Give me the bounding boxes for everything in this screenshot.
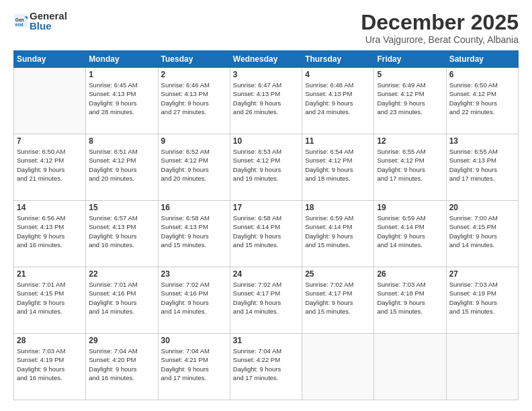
calendar-cell: 9Sunrise: 6:52 AMSunset: 4:12 PMDaylight…: [158, 134, 230, 201]
day-info-line: Sunset: 4:14 PM: [377, 222, 443, 231]
weekday-header-thursday: Thursday: [302, 51, 374, 68]
calendar-week-3: 14Sunrise: 6:56 AMSunset: 4:13 PMDayligh…: [14, 201, 519, 267]
calendar-cell: [374, 334, 446, 400]
day-info-line: Daylight: 9 hours: [233, 298, 299, 307]
day-info-line: Sunset: 4:15 PM: [17, 289, 83, 298]
day-info-line: Sunset: 4:12 PM: [449, 89, 515, 98]
day-number: 8: [89, 136, 154, 146]
calendar-cell: 1Sunrise: 6:45 AMSunset: 4:13 PMDaylight…: [86, 68, 158, 134]
day-info-line: Sunrise: 6:52 AM: [161, 147, 227, 156]
day-info-line: and 17 minutes.: [449, 174, 515, 183]
day-info-line: and 14 minutes.: [161, 307, 227, 316]
day-info-line: Sunrise: 7:03 AM: [17, 347, 83, 355]
day-info-line: and 15 minutes.: [305, 307, 371, 316]
day-info-line: Sunset: 4:12 PM: [305, 156, 371, 165]
day-number: 7: [17, 136, 83, 146]
day-info-line: Sunrise: 7:04 AM: [233, 347, 299, 355]
day-info-line: Sunrise: 6:50 AM: [449, 81, 515, 89]
day-info-line: Sunrise: 6:49 AM: [377, 81, 443, 89]
calendar-cell: 25Sunrise: 7:02 AMSunset: 4:17 PMDayligh…: [302, 267, 374, 334]
day-info-line: Sunset: 4:16 PM: [89, 289, 154, 298]
day-info-line: Sunrise: 6:58 AM: [233, 214, 299, 222]
day-number: 3: [233, 70, 299, 79]
calendar-cell: [302, 334, 374, 400]
calendar-cell: 3Sunrise: 6:47 AMSunset: 4:13 PMDaylight…: [230, 68, 302, 134]
day-info-line: Sunset: 4:13 PM: [89, 89, 154, 98]
day-info-line: Daylight: 9 hours: [377, 232, 443, 240]
day-info-line: Daylight: 9 hours: [377, 165, 443, 174]
day-number: 28: [17, 336, 83, 345]
day-info-line: Sunrise: 6:56 AM: [17, 214, 83, 222]
day-info-line: Sunset: 4:14 PM: [233, 222, 299, 231]
day-number: 13: [449, 136, 515, 146]
calendar-cell: 27Sunrise: 7:03 AMSunset: 4:19 PMDayligh…: [446, 267, 518, 334]
calendar-cell: 4Sunrise: 6:48 AMSunset: 4:13 PMDaylight…: [302, 68, 374, 134]
day-info-line: Daylight: 9 hours: [449, 298, 515, 307]
calendar-cell: 2Sunrise: 6:46 AMSunset: 4:13 PMDaylight…: [158, 68, 230, 134]
day-info-line: Daylight: 9 hours: [161, 99, 227, 107]
day-number: 17: [233, 203, 299, 212]
calendar-cell: 12Sunrise: 6:55 AMSunset: 4:12 PMDayligh…: [374, 134, 446, 201]
day-info-line: Daylight: 9 hours: [89, 99, 154, 107]
day-number: 2: [161, 70, 227, 79]
calendar-week-1: 1Sunrise: 6:45 AMSunset: 4:13 PMDaylight…: [14, 68, 519, 134]
day-info-line: Sunrise: 6:58 AM: [161, 214, 227, 222]
day-info-line: Daylight: 9 hours: [89, 298, 154, 307]
logo-line1: General: [30, 11, 67, 21]
day-info-line: Sunset: 4:21 PM: [161, 355, 227, 364]
day-info-line: Sunrise: 6:48 AM: [305, 81, 371, 89]
day-number: 24: [233, 269, 299, 279]
day-number: 14: [17, 203, 83, 212]
day-info-line: Sunset: 4:18 PM: [377, 289, 443, 298]
day-info-line: and 16 minutes.: [17, 240, 83, 249]
day-info-line: and 23 minutes.: [377, 107, 443, 116]
day-info-line: and 28 minutes.: [89, 107, 154, 116]
day-info-line: Daylight: 9 hours: [161, 365, 227, 373]
day-info-line: Sunset: 4:12 PM: [377, 89, 443, 98]
day-info-line: Sunset: 4:17 PM: [305, 289, 371, 298]
day-info-line: and 17 minutes.: [233, 373, 299, 382]
calendar-cell: 28Sunrise: 7:03 AMSunset: 4:19 PMDayligh…: [14, 334, 86, 400]
day-info-line: Sunrise: 6:50 AM: [17, 147, 83, 156]
day-info-line: Sunset: 4:19 PM: [449, 289, 515, 298]
weekday-header-wednesday: Wednesday: [230, 51, 302, 68]
day-info-line: and 14 minutes.: [89, 307, 154, 316]
weekday-header-sunday: Sunday: [14, 51, 86, 68]
day-number: 4: [305, 70, 371, 79]
day-number: 21: [17, 269, 83, 279]
day-info-line: Daylight: 9 hours: [449, 99, 515, 107]
logo: Gen eral General Blue: [13, 11, 67, 31]
calendar-week-4: 21Sunrise: 7:01 AMSunset: 4:15 PMDayligh…: [14, 267, 519, 334]
day-info-line: Daylight: 9 hours: [233, 99, 299, 107]
day-info-line: Daylight: 9 hours: [89, 232, 154, 240]
day-info-line: Sunset: 4:16 PM: [161, 289, 227, 298]
day-info-line: and 21 minutes.: [17, 174, 83, 183]
day-info-line: Sunset: 4:13 PM: [305, 89, 371, 98]
calendar-cell: [14, 68, 86, 134]
day-info-line: and 15 minutes.: [377, 307, 443, 316]
day-number: 16: [161, 203, 227, 212]
day-info-line: Sunset: 4:14 PM: [305, 222, 371, 231]
day-info-line: Sunrise: 7:02 AM: [305, 280, 371, 289]
day-number: 5: [377, 70, 443, 79]
calendar-cell: 5Sunrise: 6:49 AMSunset: 4:12 PMDaylight…: [374, 68, 446, 134]
day-number: 30: [161, 336, 227, 345]
calendar-cell: 13Sunrise: 6:55 AMSunset: 4:13 PMDayligh…: [446, 134, 518, 201]
logo-icon: Gen eral: [13, 13, 28, 28]
day-number: 9: [161, 136, 227, 146]
calendar-header-row: SundayMondayTuesdayWednesdayThursdayFrid…: [14, 51, 519, 68]
day-info-line: and 27 minutes.: [161, 107, 227, 116]
day-info-line: Daylight: 9 hours: [377, 298, 443, 307]
day-info-line: and 17 minutes.: [161, 373, 227, 382]
day-info-line: Sunset: 4:12 PM: [233, 156, 299, 165]
day-info-line: and 19 minutes.: [233, 174, 299, 183]
calendar-cell: 23Sunrise: 7:02 AMSunset: 4:16 PMDayligh…: [158, 267, 230, 334]
day-info-line: Daylight: 9 hours: [449, 232, 515, 240]
title-block: December 2025 Ura Vajgurore, Berat Count…: [361, 11, 519, 45]
day-info-line: and 20 minutes.: [89, 174, 154, 183]
day-info-line: Daylight: 9 hours: [305, 298, 371, 307]
calendar-cell: 15Sunrise: 6:57 AMSunset: 4:13 PMDayligh…: [86, 201, 158, 267]
day-info-line: Sunset: 4:13 PM: [89, 222, 154, 231]
logo-line2: Blue: [30, 21, 67, 31]
day-info-line: and 15 minutes.: [161, 240, 227, 249]
